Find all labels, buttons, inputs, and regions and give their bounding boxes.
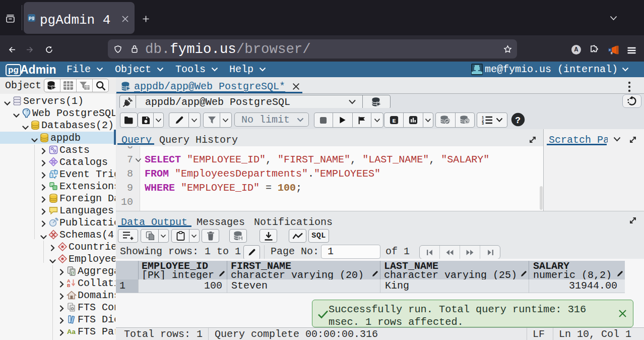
svg-text:E: E bbox=[392, 118, 396, 125]
svg-text:3: 3 bbox=[482, 122, 484, 125]
svg-text:?: ? bbox=[515, 116, 521, 126]
